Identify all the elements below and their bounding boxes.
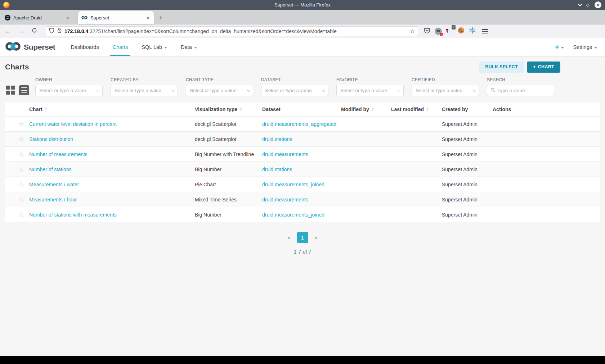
window-minimize-icon[interactable] — [578, 2, 582, 6]
back-icon[interactable]: ← — [1, 28, 15, 35]
table-row: ☆ Number of stations with measurements B… — [5, 207, 600, 222]
filter-label: FAVORITE — [336, 77, 404, 82]
chart-link[interactable]: Number of measurements — [29, 151, 195, 157]
header-modified-by[interactable]: Modified by — [341, 106, 391, 112]
card-view-icon[interactable] — [6, 85, 16, 95]
tab-close-icon[interactable]: × — [65, 15, 70, 21]
browser-tab-apache-druid[interactable]: Apache Druid × — [1, 11, 73, 24]
superset-navbar: Superset Dashboards Charts SQL Lab Data … — [0, 38, 605, 56]
chart-link[interactable]: Number of stations — [29, 167, 195, 172]
favorite-star-icon[interactable]: ☆ — [18, 166, 24, 173]
add-new-dropdown[interactable]: + — [555, 44, 564, 51]
header-visualization-type[interactable]: Visualization type — [195, 106, 262, 112]
favorite-select[interactable]: Select or type a value — [336, 85, 404, 96]
browser-tab-superset[interactable]: Superset × — [78, 11, 154, 24]
created-by: Superset Admin — [442, 197, 493, 203]
sort-icon — [372, 108, 374, 111]
page-1-button[interactable]: 1 — [297, 232, 308, 243]
search-input[interactable] — [497, 88, 551, 93]
certified-select[interactable]: Select or type a value — [412, 85, 479, 96]
forward-icon[interactable]: → — [15, 28, 28, 35]
chart-link[interactable]: Measurements / water — [29, 182, 195, 187]
viz-type: Big Number — [195, 212, 262, 218]
new-tab-button[interactable]: + — [154, 14, 168, 24]
prev-page-icon[interactable]: « — [285, 235, 292, 241]
chevron-down-icon — [594, 47, 597, 49]
header-last-modified[interactable]: Last modified — [391, 106, 442, 112]
dataset-link[interactable]: druid.measurements_aggregated — [262, 121, 341, 127]
favorite-star-icon[interactable]: ☆ — [18, 121, 24, 127]
tab-close-icon[interactable]: × — [146, 15, 151, 21]
settings-dropdown[interactable]: Settings — [573, 44, 597, 50]
cookie-icon[interactable] — [458, 27, 465, 35]
window-close-icon[interactable]: × — [595, 1, 601, 8]
select-placeholder: Select or type a value — [39, 88, 86, 93]
favorite-star-icon[interactable]: ☆ — [18, 181, 24, 188]
nav-item-charts[interactable]: Charts — [106, 38, 135, 56]
chart-link[interactable]: Number of stations with measurements — [29, 212, 195, 218]
chevron-down-icon — [171, 88, 175, 92]
nav-item-sql-lab[interactable]: SQL Lab — [135, 38, 174, 56]
list-view-icon[interactable] — [19, 85, 29, 95]
dataset-link[interactable]: druid.measurements — [262, 197, 341, 203]
table-row: ☆ Measurements / hour Mixed Time-Series … — [5, 192, 600, 207]
extension-asterisk-icon[interactable] — [469, 27, 476, 35]
sort-icon — [240, 108, 242, 111]
superset-brand[interactable]: Superset — [5, 42, 55, 53]
viz-type: Pie Chart — [195, 182, 262, 187]
bookmark-star-icon[interactable]: ☆ — [410, 28, 415, 35]
search-box — [487, 85, 554, 96]
chart-link[interactable]: Current water level deviation in percent — [29, 121, 195, 127]
sort-icon — [45, 108, 47, 111]
new-chart-button[interactable]: + CHART — [527, 62, 560, 73]
window-title: Superset — Mozilla Firefox — [0, 2, 605, 8]
browser-tab-strip: Apache Druid × Superset × + — [0, 10, 605, 24]
plus-icon: + — [533, 64, 536, 69]
header-actions: Actions — [493, 106, 600, 112]
nav-item-data[interactable]: Data — [174, 38, 204, 56]
next-page-icon[interactable]: » — [313, 235, 320, 241]
chart-type-select[interactable]: Select or type a value — [186, 85, 253, 96]
header-created-by: Created by — [442, 106, 493, 112]
reload-icon[interactable] — [28, 28, 41, 35]
favorite-star-icon[interactable]: ☆ — [18, 211, 24, 218]
menu-hamburger-icon[interactable] — [482, 29, 488, 33]
superset-logo-icon — [5, 42, 21, 53]
dataset-link[interactable]: druid.measurements_joined — [262, 182, 341, 187]
window-maximize-icon[interactable]: ◇ — [586, 3, 590, 7]
header-chart[interactable]: Chart — [29, 106, 195, 112]
dataset-link[interactable]: druid.measurements — [262, 151, 341, 157]
favorite-star-icon[interactable]: ☆ — [18, 196, 24, 203]
ublock-shield-icon[interactable]: u 4 — [446, 27, 453, 35]
viz-type: Big Number with Trendline — [195, 151, 262, 157]
filter-owner: OWNER Select or type a value — [35, 77, 103, 96]
pagination-summary: 1-7 of 7 — [0, 249, 605, 255]
dataset-link[interactable]: druid.stations — [262, 167, 341, 172]
page-title: Charts — [5, 63, 29, 71]
created-by-select[interactable]: Select or type a value — [111, 85, 178, 96]
bulk-select-button[interactable]: BULK SELECT — [479, 62, 524, 73]
filter-search: SEARCH — [487, 77, 554, 96]
filter-label: CHART TYPE — [186, 77, 253, 82]
filter-certified: CERTIFIED Select or type a value — [412, 77, 479, 96]
account-container-mask-icon[interactable]: × — [435, 28, 442, 35]
dataset-link[interactable]: druid.stations — [262, 136, 341, 142]
favorite-star-icon[interactable]: ☆ — [18, 151, 24, 158]
favorite-star-icon[interactable]: ☆ — [18, 136, 24, 142]
header-dataset: Dataset — [262, 106, 341, 112]
url-bar[interactable]: 172.18.0.4:32251/chart/list/?pageIndex=0… — [46, 26, 418, 36]
url-text[interactable]: 172.18.0.4:32251/chart/list/?pageIndex=0… — [64, 28, 408, 34]
pocket-icon[interactable] — [424, 27, 430, 35]
nav-item-dashboards[interactable]: Dashboards — [64, 38, 106, 56]
nav-label: Data — [181, 44, 192, 50]
chart-link[interactable]: Stations distribution — [29, 136, 195, 142]
owner-select[interactable]: Select or type a value — [35, 85, 103, 96]
dataset-link[interactable]: druid.measurements_joined — [262, 212, 341, 218]
insecure-lock-icon[interactable] — [57, 28, 62, 35]
viz-type: Mixed Time-Series — [195, 197, 262, 203]
chart-link[interactable]: Measurements / hour — [29, 197, 195, 203]
chevron-down-icon — [194, 47, 197, 49]
pagination: « 1 » — [0, 232, 605, 243]
tracking-protection-shield-icon[interactable] — [49, 28, 54, 35]
dataset-select[interactable]: Select or type a value — [261, 85, 328, 96]
